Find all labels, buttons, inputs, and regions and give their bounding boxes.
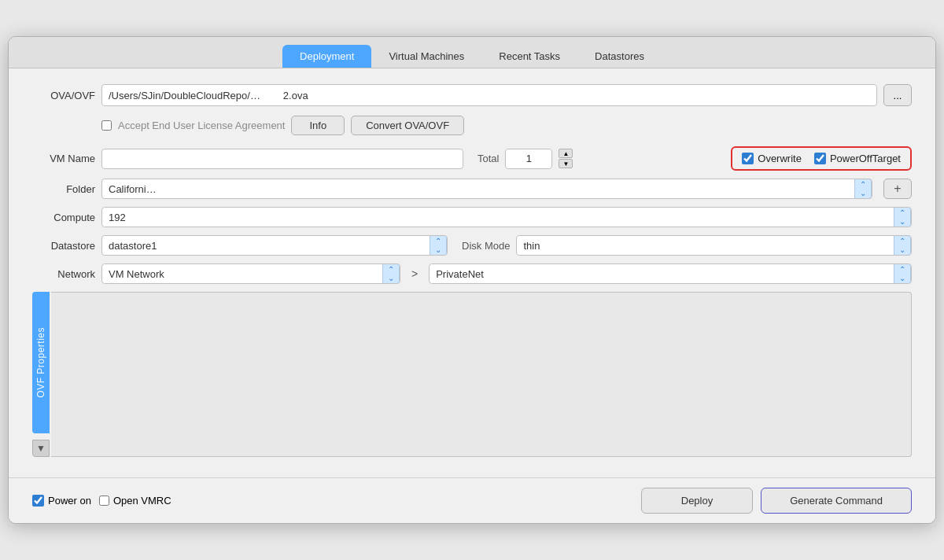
poweroff-checkbox[interactable] [814, 153, 826, 164]
compute-arrow-icon[interactable]: ⌃⌄ [894, 207, 911, 227]
chevron-down-icon: ▼ [36, 443, 46, 454]
convert-button[interactable]: Convert OVA/OVF [351, 116, 464, 135]
poweroff-label: PowerOffTarget [830, 153, 901, 164]
ovf-panel-container: OVF Properties ▼ [32, 292, 912, 457]
disk-mode-value: thin [517, 240, 894, 252]
overwrite-checkbox-item: Overwrite [742, 153, 802, 164]
network-right-dropdown[interactable]: PrivateNet ⌃⌄ [429, 263, 912, 284]
tab-deployment[interactable]: Deployment [282, 45, 371, 68]
eula-checkbox[interactable] [101, 120, 112, 131]
ovf-properties-label: OVF Properties [35, 327, 46, 398]
datastore-dropdown[interactable]: datastore1 ⌃⌄ [101, 235, 448, 256]
bottom-bar: Power on Open VMRC Deploy Generate Comma… [9, 477, 935, 523]
folder-value: Californi… [102, 183, 854, 195]
open-vmrc-checkbox[interactable] [99, 496, 109, 506]
deploy-button[interactable]: Deploy [641, 488, 753, 514]
spinner-up[interactable]: ▲ [559, 149, 573, 158]
tab-recent-tasks[interactable]: Recent Tasks [481, 45, 577, 68]
folder-plus-button[interactable]: + [883, 179, 912, 199]
spinner-down[interactable]: ▼ [559, 159, 573, 168]
datastore-row: Datastore datastore1 ⌃⌄ Disk Mode thin ⌃… [32, 235, 912, 256]
browse-button[interactable]: ... [883, 84, 912, 106]
vmname-input[interactable] [101, 149, 463, 169]
open-vmrc-group: Open VMRC [99, 495, 171, 507]
compute-value: 192 [102, 212, 894, 223]
network-right-value: PrivateNet [430, 268, 894, 280]
poweroff-checkbox-item: PowerOffTarget [814, 153, 901, 164]
folder-dropdown[interactable]: Californi… ⌃⌄ [101, 179, 872, 199]
info-button[interactable]: Info [291, 116, 345, 135]
network-right-arrow-icon[interactable]: ⌃⌄ [894, 263, 911, 284]
power-on-label: Power on [48, 495, 91, 507]
generate-command-button[interactable]: Generate Command [761, 488, 912, 514]
tab-virtual-machines[interactable]: Virtual Machines [371, 45, 481, 68]
disk-mode-label: Disk Mode [462, 240, 510, 252]
network-label: Network [32, 268, 95, 280]
power-on-group: Power on [32, 495, 91, 507]
ova-ovf-input[interactable] [101, 84, 877, 106]
compute-row: Compute 192 ⌃⌄ [32, 207, 912, 227]
tab-datastores[interactable]: Datastores [577, 45, 662, 68]
overwrite-label: Overwrite [758, 153, 802, 164]
vmname-label: VM Name [32, 153, 95, 164]
datastore-label: Datastore [32, 240, 95, 252]
vmname-row: VM Name Total ▲ ▼ Overwrite PowerOffTarg… [32, 146, 912, 171]
compute-label: Compute [32, 212, 95, 223]
network-left-dropdown[interactable]: VM Network ⌃⌄ [101, 263, 400, 284]
power-on-checkbox[interactable] [32, 495, 44, 507]
ovf-left-col: OVF Properties ▼ [32, 292, 50, 457]
eula-row: Accept End User License Agreement Info C… [101, 116, 912, 135]
total-label: Total [478, 153, 499, 164]
folder-label: Folder [32, 183, 95, 195]
datastore-value: datastore1 [102, 240, 430, 252]
network-left-arrow-icon[interactable]: ⌃⌄ [382, 263, 400, 284]
ova-ovf-label: OVA/OVF [32, 90, 95, 101]
compute-dropdown[interactable]: 192 ⌃⌄ [101, 207, 912, 227]
network-row: Network VM Network ⌃⌄ > PrivateNet ⌃⌄ [32, 263, 912, 284]
total-input[interactable] [505, 149, 552, 169]
main-window: Deployment Virtual Machines Recent Tasks… [8, 36, 936, 524]
disk-mode-dropdown[interactable]: thin ⌃⌄ [516, 235, 912, 256]
content-area: OVA/OVF ... Accept End User License Agre… [9, 68, 935, 477]
open-vmrc-label: Open VMRC [113, 495, 171, 507]
tab-bar: Deployment Virtual Machines Recent Tasks… [9, 37, 935, 68]
folder-arrow-icon[interactable]: ⌃⌄ [854, 179, 872, 199]
eula-label: Accept End User License Agreement [118, 120, 285, 131]
ovf-content-area [51, 292, 912, 457]
checkbox-highlighted-group: Overwrite PowerOffTarget [731, 146, 912, 171]
ovf-properties-tab[interactable]: OVF Properties [32, 292, 50, 433]
network-arrow-indicator: > [411, 267, 418, 280]
folder-row: Folder Californi… ⌃⌄ + [32, 179, 912, 199]
disk-mode-arrow-icon[interactable]: ⌃⌄ [894, 235, 911, 256]
datastore-arrow-icon[interactable]: ⌃⌄ [430, 235, 447, 256]
ova-ovf-row: OVA/OVF ... [32, 84, 912, 106]
ovf-panel-down-button[interactable]: ▼ [32, 440, 50, 457]
network-left-value: VM Network [102, 268, 382, 280]
overwrite-checkbox[interactable] [742, 153, 754, 164]
total-spinner: ▲ ▼ [559, 149, 573, 168]
